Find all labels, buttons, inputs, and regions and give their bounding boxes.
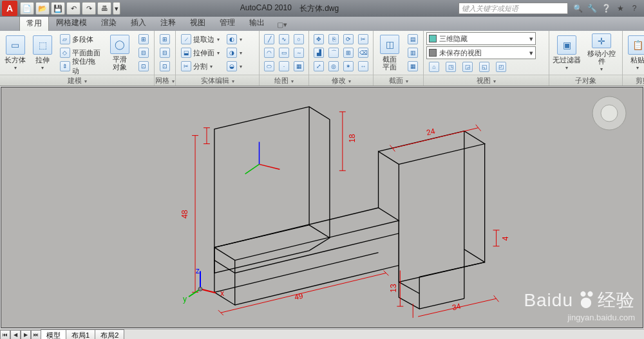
extrude-label: 拉伸 [35, 56, 50, 64]
mod-fillet[interactable]: ⌒ [327, 46, 341, 59]
drawing-viewport[interactable]: 48 18 24 4 13 34 49 x y z Baidu 经验 jingy… [1, 87, 643, 328]
draw-circle[interactable]: ○ [292, 33, 306, 46]
view-d[interactable]: ◱ [477, 60, 492, 73]
draw-region[interactable]: ▦ [292, 60, 306, 73]
tab-mesh[interactable]: 网格建模 [49, 15, 94, 31]
mesh-more-3[interactable]: ⊡ [136, 60, 151, 73]
layout-prev-icon[interactable]: ◀ [10, 330, 21, 339]
mod-move[interactable]: ✥ [312, 33, 326, 46]
qat-open-icon[interactable]: 📂 [35, 2, 50, 15]
tab-output[interactable]: 输出 [242, 15, 272, 31]
polysolid-button[interactable]: ▱多段体 [57, 33, 104, 46]
qat-undo-icon[interactable]: ↶ [66, 2, 80, 15]
mod-trim[interactable]: ✂ [356, 33, 370, 46]
comm-icon[interactable]: ❔ [600, 3, 612, 14]
visualstyle-swatch-icon [429, 35, 437, 42]
visualstyle-combo[interactable]: 三维隐藏▾ [426, 32, 536, 45]
polysolid-icon: ▱ [60, 34, 70, 44]
mesh-more-1[interactable]: ⊞ [136, 33, 151, 46]
layout-tab-1[interactable]: 布局1 [66, 329, 95, 340]
namedview-combo[interactable]: 未保存的视图▾ [426, 46, 536, 59]
view-e[interactable]: ◰ [493, 60, 509, 73]
layout-first-icon[interactable]: ⏮ [0, 330, 10, 339]
mesh-icon-3: ⊡ [138, 61, 149, 71]
draw-point[interactable]: · [277, 60, 291, 73]
mod-array[interactable]: ⊞ [341, 46, 355, 59]
panel-subobject: ▣ 无过滤器 ▾ ✛ 移动小控件 ▾ 子对象 [549, 31, 623, 86]
qat-new-icon[interactable]: 📄 [20, 2, 34, 15]
panel-section: ◫ 截面 平面 ▤ ▥ ▦ 截面 [374, 31, 424, 86]
layout-last-icon[interactable]: ⏭ [31, 330, 41, 339]
extractedge-button[interactable]: ⟋提取边▾ [178, 33, 222, 46]
draw-line[interactable]: ╱ [262, 33, 276, 46]
box-label: 长方体 [5, 56, 26, 64]
separate-button[interactable]: ✂分割▾ [178, 60, 222, 73]
mod-stretch[interactable]: ↔ [356, 60, 370, 73]
presspull-button[interactable]: ⇕按住/拖动 [57, 60, 104, 73]
layout-tab-model[interactable]: 模型 [41, 329, 66, 340]
extrudeface-button[interactable]: ⬓拉伸面▾ [178, 46, 222, 59]
se-2[interactable]: ◑▾ [224, 46, 245, 59]
sec-a[interactable]: ▤ [405, 33, 421, 46]
se-1[interactable]: ◐▾ [224, 33, 245, 46]
dim-18: 18 [348, 134, 357, 142]
help-icon[interactable]: ? [629, 3, 640, 14]
mod-explode[interactable]: ✶ [341, 60, 355, 73]
sec-b[interactable]: ▥ [405, 46, 421, 59]
mesh-c[interactable]: ⊡ [157, 60, 173, 73]
star-icon[interactable]: ★ [614, 3, 626, 14]
draw-ellipse[interactable]: ⬭ [262, 60, 276, 73]
tab-annotate[interactable]: 注释 [153, 15, 183, 31]
draw-pline[interactable]: ∿ [277, 33, 291, 46]
app-menu-button[interactable] [2, 1, 17, 16]
draw-spline[interactable]: ～ [292, 46, 306, 59]
draw-rect[interactable]: ▭ [277, 46, 291, 59]
smooth-button[interactable]: ◯ 平滑 对象 [106, 33, 134, 73]
panel-mesh: ⊞ ⊟ ⊡ 网格 [155, 31, 176, 86]
tab-view[interactable]: 视图 [183, 15, 213, 31]
panel-modify-title: 修改 [332, 76, 346, 86]
tab-home[interactable]: 常用 [19, 15, 49, 31]
box-button[interactable]: ▭ 长方体 ▾ [3, 33, 28, 73]
mod-rotate[interactable]: ⟳ [341, 33, 355, 46]
view-c[interactable]: ◲ [460, 60, 475, 73]
tab-render[interactable]: 渲染 [94, 15, 124, 31]
svg-line-5 [260, 164, 280, 169]
mod-mirror[interactable]: ▟ [312, 46, 326, 59]
gizmo-label: 移动小控件 [584, 50, 619, 65]
sec-c[interactable]: ▦ [405, 60, 421, 73]
paste-button[interactable]: 📋 粘贴 ▾ [625, 33, 644, 73]
mesh-more-2[interactable]: ⊟ [136, 46, 151, 59]
extrudeface-label: 拉伸面 [193, 48, 214, 58]
mod-offset[interactable]: ◎ [327, 60, 341, 73]
view-b[interactable]: ◳ [443, 60, 459, 73]
nofilter-button[interactable]: ▣ 无过滤器 ▾ [552, 33, 582, 73]
gizmo-button[interactable]: ✛ 移动小控件 ▾ [583, 33, 620, 73]
qat-print-icon[interactable]: 🖶 [97, 2, 111, 15]
infocenter-search[interactable]: 键入关键字或短语 [459, 3, 568, 14]
mod-erase[interactable]: ⌫ [356, 46, 370, 59]
sectionplane-button[interactable]: ◫ 截面 平面 [376, 33, 403, 73]
mesh-b[interactable]: ⊟ [157, 46, 173, 59]
view-a[interactable]: ⌂ [426, 60, 442, 73]
extrude-button[interactable]: ⬚ 拉伸 ▾ [30, 33, 55, 73]
mod-scale[interactable]: ⤢ [312, 60, 326, 73]
layout-tab-2[interactable]: 布局2 [95, 329, 124, 340]
layout-next-icon[interactable]: ▶ [21, 330, 31, 339]
search-icon[interactable]: 🔍 [572, 3, 583, 14]
qat-save-icon[interactable]: 💾 [51, 2, 65, 15]
tab-manage[interactable]: 管理 [213, 15, 242, 31]
ribbon-expand-icon[interactable]: ▢▾ [277, 21, 287, 29]
draw-arc[interactable]: ◠ [262, 46, 276, 59]
mesh-a[interactable]: ⊞ [157, 33, 173, 46]
paste-label: 粘贴 [630, 56, 644, 64]
key-icon[interactable]: 🔧 [586, 3, 598, 14]
smooth-icon: ◯ [110, 35, 129, 54]
mod-copy[interactable]: ⎘ [327, 33, 341, 46]
app-name: AutoCAD 2010 [240, 3, 292, 14]
navigation-wheel[interactable] [590, 94, 629, 133]
qat-redo-icon[interactable]: ↷ [82, 2, 96, 15]
tab-insert[interactable]: 插入 [124, 15, 153, 31]
se-3[interactable]: ◒▾ [224, 60, 245, 73]
qat-dropdown-icon[interactable]: ▾ [113, 2, 120, 15]
